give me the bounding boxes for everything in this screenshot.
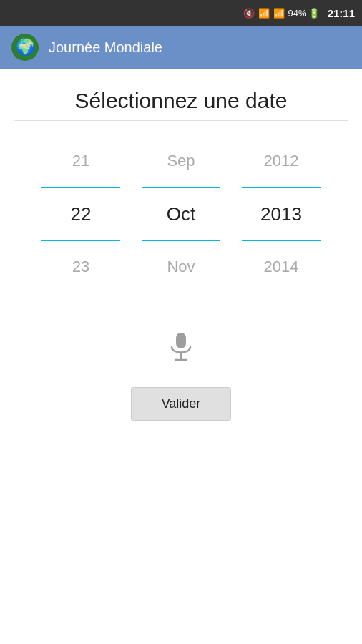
page-title: Sélectionnez une date <box>0 69 362 120</box>
battery-icon: 94% 🔋 <box>288 8 320 19</box>
main-content: Sélectionnez une date 21 22 23 Sep Oct N… <box>0 69 362 435</box>
status-bar: 🔇 📶 📶 94% 🔋 21:11 <box>0 0 362 26</box>
app-title: Journée Mondiale <box>49 39 162 56</box>
microphone-icon[interactable] <box>165 328 197 366</box>
app-bar: 🌍 Journée Mondiale <box>0 26 362 69</box>
year-item-selected[interactable]: 2013 <box>231 188 331 240</box>
year-item-next[interactable]: 2014 <box>231 241 331 293</box>
svg-rect-0 <box>176 333 186 348</box>
button-section: Valider <box>0 380 362 435</box>
day-item-next[interactable]: 23 <box>31 241 131 293</box>
day-item-prev[interactable]: 21 <box>31 135 131 187</box>
app-icon: 🌍 <box>11 34 39 61</box>
month-column[interactable]: Sep Oct Nov <box>131 135 231 293</box>
date-picker[interactable]: 21 22 23 Sep Oct Nov 2012 2013 2014 <box>0 121 362 314</box>
month-item-selected[interactable]: Oct <box>131 188 231 240</box>
battery-percent: 94% <box>288 8 307 19</box>
month-item-next[interactable]: Nov <box>131 241 231 293</box>
year-column[interactable]: 2012 2013 2014 <box>231 135 331 293</box>
status-time: 21:11 <box>328 7 355 19</box>
day-item-selected[interactable]: 22 <box>31 188 131 240</box>
valider-button[interactable]: Valider <box>131 387 231 421</box>
signal-icon: 📶 <box>273 8 285 19</box>
year-item-prev[interactable]: 2012 <box>231 135 331 187</box>
mic-section[interactable] <box>0 314 362 380</box>
wifi-icon: 📶 <box>258 8 270 19</box>
month-item-prev[interactable]: Sep <box>131 135 231 187</box>
status-icons: 🔇 📶 📶 94% 🔋 21:11 <box>243 7 355 19</box>
day-column[interactable]: 21 22 23 <box>31 135 131 293</box>
mute-icon: 🔇 <box>243 8 255 19</box>
